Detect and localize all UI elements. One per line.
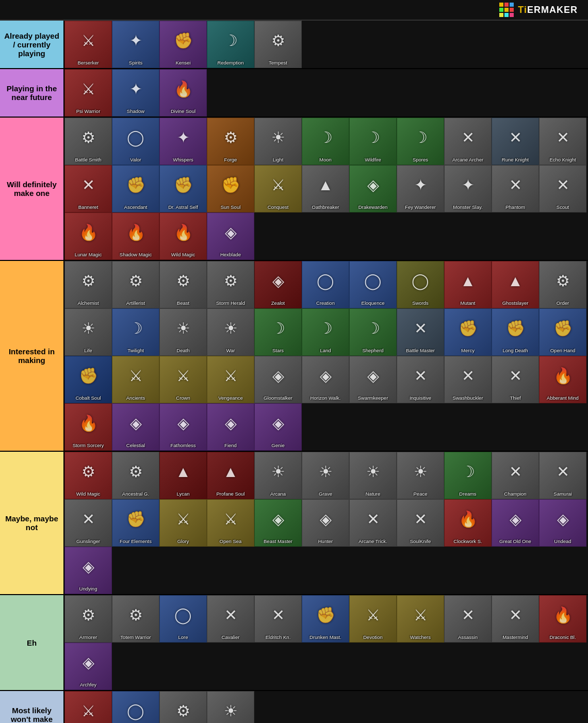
tier-item[interactable]: ⚙Wild Magic [64, 452, 112, 499]
tier-item[interactable]: ◯Eloquence [349, 261, 397, 308]
tier-item[interactable]: ◈Undead [539, 499, 586, 547]
tier-item[interactable]: ⚔Conquest [254, 165, 302, 212]
tier-item[interactable]: ◈Undying [64, 547, 112, 594]
tier-item[interactable]: ⚔Berserker [64, 21, 112, 68]
tier-item[interactable]: ▲Oathbreaker [302, 165, 349, 212]
tier-item[interactable]: ◈Swarmkeeper [349, 356, 397, 403]
tier-item[interactable]: 🔥Lunar Magic [64, 212, 112, 260]
tier-item[interactable]: ◈Beast Master [254, 499, 302, 547]
tier-item[interactable]: ☽Stars [254, 308, 302, 356]
tier-item[interactable]: ✕Inquisitive [397, 356, 444, 403]
tier-item[interactable]: ✕Champion [492, 452, 539, 499]
tier-item[interactable]: ✦Spirits [112, 21, 159, 68]
tier-item[interactable]: ⚙Battle Smith [64, 118, 112, 165]
tier-item[interactable]: ✕Gunslinger [64, 499, 112, 547]
tier-item[interactable]: ▲Profane Soul [207, 452, 254, 499]
tier-item[interactable]: ◈Zealot [254, 261, 302, 308]
tier-item[interactable]: ◈Great Old One [492, 499, 539, 547]
tier-item[interactable]: ⚙Storm Herald [207, 261, 254, 308]
tier-item[interactable]: ☽Moon [302, 118, 349, 165]
tier-item[interactable]: ☀Nature [349, 452, 397, 499]
tier-item[interactable]: 🔥Abberant Mind [539, 356, 586, 403]
tier-item[interactable]: ✕Echo Knight [539, 118, 586, 165]
tier-item[interactable]: ✊Four Elements [112, 499, 159, 547]
tier-item[interactable]: ⚙Alchemist [64, 261, 112, 308]
tier-item[interactable]: ☀Grave [302, 452, 349, 499]
tier-item[interactable]: ☽Wildfire [349, 118, 397, 165]
tier-item[interactable]: 🔥Wild Magic [159, 212, 207, 260]
tier-item[interactable]: ▲Ghostslayer [492, 261, 539, 308]
tier-item[interactable]: ☽Spores [397, 118, 444, 165]
tier-item[interactable]: ◯Valor [112, 118, 159, 165]
tier-item[interactable]: ✊Dr. Astral Self [159, 165, 207, 212]
tier-item[interactable]: ◈Hexblade [207, 212, 254, 260]
tier-item[interactable]: ◈Fathomless [159, 403, 207, 451]
tier-item[interactable]: ☀War [207, 308, 254, 356]
tier-item[interactable]: ☽Land [302, 308, 349, 356]
tier-item[interactable]: ⚙Knowledge [159, 691, 207, 723]
tier-item[interactable]: ✊Ascendant [112, 165, 159, 212]
tier-item[interactable]: 🔥Clockwork S. [444, 499, 492, 547]
tier-item[interactable]: ✦Whispers [159, 118, 207, 165]
tier-item[interactable]: ✕Mastermind [492, 595, 539, 643]
tier-item[interactable]: ✕Samurai [539, 452, 586, 499]
tier-item[interactable]: ⚙Order [539, 261, 586, 308]
tier-item[interactable]: ☽Shepherd [349, 308, 397, 356]
tier-item[interactable]: 🔥Divine Soul [159, 69, 207, 117]
tier-item[interactable]: 🔥Draconic Bl. [539, 595, 586, 643]
tier-item[interactable]: ◈Gloomstalker [254, 356, 302, 403]
tier-item[interactable]: ▲Mutant [444, 261, 492, 308]
tier-item[interactable]: ◈Genie [254, 403, 302, 451]
tier-item[interactable]: ✕Scout [539, 165, 586, 212]
tier-item[interactable]: ☀Life [64, 308, 112, 356]
tier-item[interactable]: ✊Sun Soul [207, 165, 254, 212]
tier-item[interactable]: ✕Eldritch Kn. [254, 595, 302, 643]
tier-item[interactable]: ⚙Tempest [254, 21, 302, 68]
tier-item[interactable]: ✕Rune Knight [492, 118, 539, 165]
tier-item[interactable]: ◈Archfey [64, 643, 112, 690]
tier-item[interactable]: ☀Trickery [207, 691, 254, 723]
tier-item[interactable]: ▲Lycan [159, 452, 207, 499]
tier-item[interactable]: ✕SoulKnife [397, 499, 444, 547]
tier-item[interactable]: ✊Kensei [159, 21, 207, 68]
tier-item[interactable]: ◯Glamour [112, 691, 159, 723]
tier-item[interactable]: ✕Arcane Archer [444, 118, 492, 165]
tier-item[interactable]: ⚙Artillerist [112, 261, 159, 308]
tier-item[interactable]: ✊Open Hand [539, 308, 586, 356]
tier-item[interactable]: 🔥Shadow Magic [112, 212, 159, 260]
tier-item[interactable]: ☽Dreams [444, 452, 492, 499]
tier-item[interactable]: ⚔Psi Warrior [64, 69, 112, 117]
tier-item[interactable]: ◈Hunter [302, 499, 349, 547]
tier-item[interactable]: ◈Horizon Walk. [302, 356, 349, 403]
tier-item[interactable]: ✦Shadow [112, 69, 159, 117]
tier-item[interactable]: ◯Creation [302, 261, 349, 308]
tier-item[interactable]: ◯Lore [159, 595, 207, 643]
tier-item[interactable]: ☀Light [254, 118, 302, 165]
tier-item[interactable]: ✕Phantom [492, 165, 539, 212]
tier-item[interactable]: 🔥Storm Sorcery [64, 403, 112, 451]
tier-item[interactable]: ✕Swashbuckler [444, 356, 492, 403]
tier-item[interactable]: ✦Monster Slay. [444, 165, 492, 212]
tier-item[interactable]: ✕Arcane Trick. [349, 499, 397, 547]
tier-item[interactable]: ✕Assassin [444, 595, 492, 643]
tier-item[interactable]: ◯Swords [397, 261, 444, 308]
tier-item[interactable]: ⚙Totem Warrior [112, 595, 159, 643]
tier-item[interactable]: ◈Drakewarden [349, 165, 397, 212]
tier-item[interactable]: ✊Cobalt Soul [64, 356, 112, 403]
tier-item[interactable]: ◈Fiend [207, 403, 254, 451]
tier-item[interactable]: ☀Arcana [254, 452, 302, 499]
tier-item[interactable]: ⚔Glory [159, 499, 207, 547]
tier-item[interactable]: ✊Long Death [492, 308, 539, 356]
tier-item[interactable]: ⚙Beast [159, 261, 207, 308]
tier-item[interactable]: ✊Mercy [444, 308, 492, 356]
tier-item[interactable]: ✦Fey Wanderer [397, 165, 444, 212]
tier-item[interactable]: ⚔Open Sea [207, 499, 254, 547]
tier-item[interactable]: ✕Banneret [64, 165, 112, 212]
tier-item[interactable]: ✕Battle Master [397, 308, 444, 356]
tier-item[interactable]: ✊Drunken Mast. [302, 595, 349, 643]
tier-item[interactable]: ⚙Forge [207, 118, 254, 165]
tier-item[interactable]: ✕Thief [492, 356, 539, 403]
tier-item[interactable]: ⚔Vengeance [207, 356, 254, 403]
tier-item[interactable]: ⚔Watchers [397, 595, 444, 643]
tier-item[interactable]: ⚔Ancients [112, 356, 159, 403]
